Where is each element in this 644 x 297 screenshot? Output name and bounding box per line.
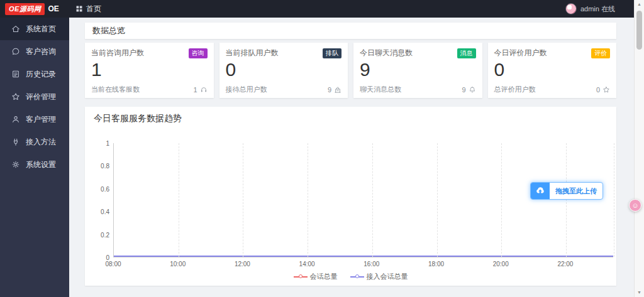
chart-legend: 会话总量接入会话总量: [85, 272, 616, 281]
overview-panel: 数据总览: [85, 23, 616, 39]
stat-card-footer-label: 总评价用户数: [494, 85, 536, 94]
scroll-down-icon[interactable]: ▼: [635, 288, 644, 297]
stat-card-badge: 评价: [591, 48, 610, 58]
sidebar-item-consult[interactable]: 客户咨询: [0, 40, 69, 63]
legend-item[interactable]: 会话总量: [294, 272, 338, 281]
x-tick-label: 20:00: [493, 261, 509, 267]
user-menu[interactable]: admin 在线: [565, 3, 634, 14]
y-tick-label: 0.4: [101, 208, 109, 215]
sidebar-item-customers[interactable]: 客户管理: [0, 108, 69, 131]
overview-title: 数据总览: [92, 25, 125, 36]
x-tick-label: 18:00: [428, 261, 444, 267]
stat-card-footer-label: 接待总用户数: [226, 85, 267, 94]
stat-card-value: 9: [360, 59, 476, 81]
sidebar-item-home[interactable]: 系统首页: [0, 18, 69, 40]
stat-card-label: 当前排队用户数: [226, 48, 279, 58]
stat-card-label: 当前咨询用户数: [91, 48, 144, 58]
y-tick-label: 0.8: [101, 163, 109, 170]
building-icon: [334, 86, 341, 94]
users-icon: [11, 115, 20, 124]
legend-label: 会话总量: [310, 272, 338, 281]
breadcrumb-label: 首页: [86, 4, 101, 14]
stat-card-badge: 排队: [323, 48, 341, 58]
sidebar-item-reviews[interactable]: 评价管理: [0, 85, 69, 108]
upload-label: 拖拽至此上传: [550, 186, 602, 196]
sidebar-nav: 系统首页客户咨询历史记录评价管理客户管理接入方法系统设置: [0, 18, 69, 297]
stat-card-queue-users: 当前排队用户数排队0接待总用户数9: [219, 43, 348, 98]
stat-card-value: 1: [91, 59, 208, 81]
sidebar-item-label: 接入方法: [26, 137, 56, 148]
legend-item[interactable]: 接入会话总量: [350, 272, 408, 281]
sidebar-item-label: 评价管理: [26, 92, 56, 102]
scrollbar[interactable]: ▲ ▼: [634, 0, 644, 297]
logo-badge-red: OE源码网: [5, 3, 45, 15]
scrollbar-thumb[interactable]: [636, 11, 642, 50]
stat-card-footer-value: 9: [462, 86, 465, 94]
sidebar-item-access[interactable]: 接入方法: [0, 131, 69, 153]
stat-card-footer-label: 聊天消息总数: [360, 85, 401, 94]
stat-card-badge: 咨询: [189, 48, 208, 58]
stat-card-review-users: 今日评价用户数评价0总评价用户数0: [488, 43, 617, 98]
logo-oe-text: OE: [48, 4, 58, 13]
legend-label: 接入会话总量: [367, 272, 408, 281]
sidebar-item-label: 历史记录: [26, 69, 56, 80]
stat-card-label: 今日聊天消息数: [360, 48, 413, 58]
chart-panel: 今日客服服务数据趋势 00.20.40.60.81 08:0010:0012:0…: [85, 107, 616, 286]
stat-card-badge: 消息: [457, 48, 476, 58]
gear-icon: [11, 160, 20, 169]
x-tick-label: 10:00: [170, 261, 186, 267]
stat-card-consulting-users: 当前咨询用户数咨询1当前在线客服数1: [85, 43, 214, 98]
sidebar-item-label: 系统首页: [26, 24, 56, 35]
sidebar-item-label: 客户咨询: [26, 46, 56, 57]
app-logo: OE源码网 OE: [0, 3, 69, 15]
cloud-upload-icon: [531, 182, 550, 200]
x-tick-label: 12:00: [235, 261, 250, 267]
scroll-up-icon[interactable]: ▲: [635, 0, 644, 9]
floating-service-button[interactable]: ☺: [629, 199, 641, 212]
stat-card-footer-value: 1: [193, 86, 197, 94]
stat-card-footer-value: 9: [328, 86, 331, 94]
legend-marker-icon: [294, 274, 308, 280]
x-tick-label: 22:00: [557, 261, 573, 267]
avatar: [565, 3, 577, 14]
user-status-label: admin 在线: [580, 4, 615, 14]
x-tick-label: 08:00: [105, 261, 121, 267]
history-icon: [11, 70, 20, 78]
top-header: OE源码网 OE 首页 admin 在线: [0, 0, 634, 18]
sidebar-item-history[interactable]: 历史记录: [0, 63, 69, 85]
home-icon: [11, 24, 20, 33]
main-content: 数据总览 当前咨询用户数咨询1当前在线客服数1当前排队用户数排队0接待总用户数9…: [69, 18, 634, 297]
y-tick-label: 0: [106, 254, 109, 261]
y-tick-label: 1: [106, 140, 109, 147]
grid-icon: [75, 5, 83, 13]
stat-card-value: 0: [494, 59, 611, 81]
x-tick-label: 16:00: [364, 261, 379, 267]
breadcrumb[interactable]: 首页: [75, 4, 101, 14]
line-chart-plot: [113, 143, 613, 257]
chat-icon: [11, 47, 20, 56]
y-tick-label: 0.2: [101, 231, 109, 238]
plug-icon: [11, 138, 20, 146]
star-icon: [602, 86, 610, 94]
legend-marker-icon: [350, 274, 364, 280]
chart-title: 今日客服服务数据趋势: [85, 107, 616, 124]
headset-icon: [200, 86, 208, 94]
stat-card-chat-messages: 今日聊天消息数消息9聊天消息总数9: [353, 43, 482, 98]
chart-x-axis: 08:0010:0012:0014:0016:0018:0020:0022:00: [113, 261, 613, 269]
upload-dropzone[interactable]: 拖拽至此上传: [530, 182, 603, 200]
series-line: [114, 256, 613, 257]
star-icon: [11, 92, 20, 101]
bell-icon: [469, 86, 476, 94]
sidebar-item-label: 系统设置: [26, 159, 56, 170]
y-tick-label: 0.6: [101, 185, 109, 192]
stat-card-footer-label: 当前在线客服数: [91, 85, 140, 94]
x-tick-label: 14:00: [299, 261, 315, 267]
sidebar-item-label: 客户管理: [26, 114, 56, 125]
stat-cards-row: 当前咨询用户数咨询1当前在线客服数1当前排队用户数排队0接待总用户数9今日聊天消…: [85, 43, 616, 98]
sidebar-item-settings[interactable]: 系统设置: [0, 153, 69, 176]
stat-card-label: 今日评价用户数: [494, 48, 547, 58]
stat-card-footer-value: 0: [596, 86, 600, 94]
stat-card-value: 0: [226, 59, 342, 81]
